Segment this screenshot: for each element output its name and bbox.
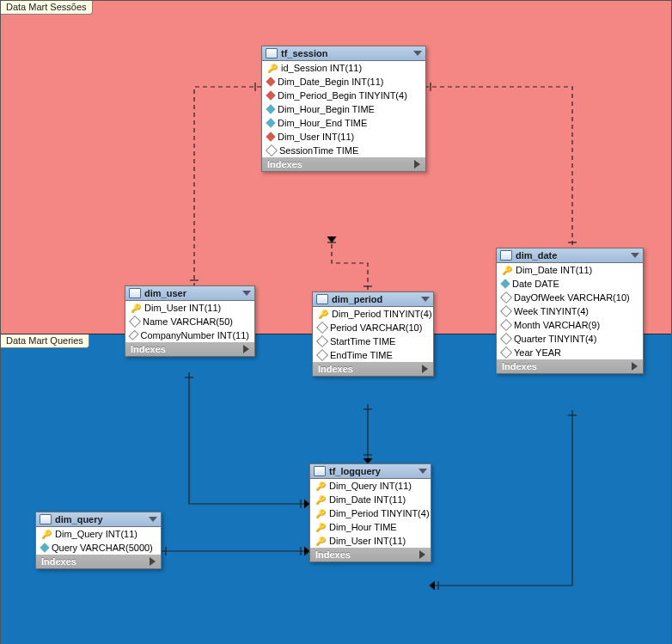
expand-icon [414, 160, 420, 169]
expand-icon [419, 550, 425, 559]
table-icon [500, 250, 512, 261]
table-title: tf_session [281, 48, 410, 58]
table-header[interactable]: dim_date [497, 248, 643, 263]
column-row[interactable]: StartTime TIME [313, 334, 433, 348]
column-text: Month VARCHAR(9) [514, 320, 600, 330]
indexes-label: Indexes [41, 556, 76, 567]
columns-list: 🔑Dim_Period TINYINT(4)Period VARCHAR(10)… [313, 307, 433, 362]
primary-key-icon: 🔑 [267, 64, 278, 73]
column-icon [500, 291, 512, 304]
table-icon [314, 466, 326, 476]
primary-key-icon: 🔑 [315, 495, 326, 505]
column-row[interactable]: Dim_Hour_End TIME [262, 116, 425, 130]
table-tf-session[interactable]: tf_session 🔑id_Session INT(11)Dim_Date_B… [261, 46, 426, 172]
column-row[interactable]: Dim_Period_Begin TINYINT(4) [262, 89, 425, 102]
foreign-key-icon [266, 90, 275, 100]
column-icon [316, 322, 328, 334]
table-header[interactable]: tf_session [262, 46, 425, 61]
table-dim-date[interactable]: dim_date 🔑Dim_Date INT(11)Date DATEDayOf… [496, 248, 644, 374]
column-row[interactable]: 🔑Dim_Query INT(11) [36, 527, 161, 541]
column-row[interactable]: Dim_User INT(11) [262, 130, 425, 144]
table-title: dim_date [516, 250, 627, 261]
er-diagram-canvas[interactable]: Data Mart Sessões Data Mart Queries .rel… [0, 0, 672, 644]
column-text: Dim_Period TINYINT(4) [329, 508, 430, 518]
indexes-section[interactable]: Indexes [310, 548, 431, 561]
indexes-section[interactable]: Indexes [36, 555, 161, 568]
column-row[interactable]: Query VARCHAR(5000) [36, 541, 161, 555]
expand-icon [422, 365, 428, 373]
expand-icon [243, 345, 249, 353]
collapse-icon[interactable] [413, 51, 422, 56]
column-text: Dim_Query INT(11) [55, 529, 137, 539]
table-icon [40, 514, 52, 524]
column-row[interactable]: SessionTime TIME [262, 144, 425, 157]
column-row[interactable]: 🔑Dim_Query INT(11) [310, 479, 431, 493]
column-row[interactable]: Week TINYINT(4) [497, 304, 643, 318]
column-icon [316, 349, 328, 361]
table-header[interactable]: dim_user [125, 286, 254, 301]
column-row[interactable]: 🔑Dim_Period TINYINT(4) [313, 307, 433, 321]
collapse-icon[interactable] [149, 517, 157, 522]
column-text: Dim_User INT(11) [144, 303, 221, 313]
foreign-key-icon [266, 132, 275, 141]
table-dim-query[interactable]: dim_query 🔑Dim_Query INT(11)Query VARCHA… [35, 512, 162, 569]
column-row[interactable]: Dim_Date_Begin INT(11) [262, 75, 425, 89]
column-row[interactable]: CompanyNumber INT(11) [125, 328, 254, 342]
column-text: DayOfWeek VARCHAR(10) [514, 292, 630, 303]
column-text: Query VARCHAR(5000) [52, 543, 153, 553]
column-row[interactable]: DayOfWeek VARCHAR(10) [497, 291, 643, 304]
column-row[interactable]: Name VARCHAR(50) [125, 315, 254, 328]
column-row[interactable]: 🔑id_Session INT(11) [262, 61, 425, 75]
primary-key-icon: 🔑 [41, 530, 52, 539]
indexes-label: Indexes [267, 159, 302, 169]
column-row[interactable]: EndTime TIME [313, 348, 433, 362]
column-text: Date DATE [512, 279, 559, 289]
table-header[interactable]: dim_query [36, 512, 161, 527]
column-text: Name VARCHAR(50) [143, 316, 233, 327]
column-text: SessionTime TIME [279, 145, 358, 156]
primary-key-icon: 🔑 [315, 537, 326, 546]
table-header[interactable]: dim_period [313, 292, 433, 307]
column-text: Dim_Query INT(11) [329, 481, 412, 491]
column-row[interactable]: Dim_Hour_Begin TIME [262, 102, 425, 116]
table-icon [316, 294, 328, 304]
table-dim-user[interactable]: dim_user 🔑Dim_User INT(11)Name VARCHAR(5… [125, 285, 255, 357]
column-row[interactable]: Period VARCHAR(10) [313, 321, 433, 334]
column-row[interactable]: Year YEAR [497, 346, 643, 359]
column-row[interactable]: 🔑Dim_User INT(11) [125, 301, 254, 315]
column-text: EndTime TIME [330, 350, 393, 360]
collapse-icon[interactable] [631, 253, 639, 258]
collapse-icon[interactable] [242, 291, 251, 296]
primary-key-icon: 🔑 [502, 266, 512, 275]
column-row[interactable]: Month VARCHAR(9) [497, 318, 643, 332]
column-row[interactable]: 🔑Dim_Date INT(11) [497, 263, 643, 277]
table-title: tf_logquery [329, 466, 415, 476]
column-icon [500, 319, 512, 331]
column-row[interactable]: 🔑Dim_Date INT(11) [310, 493, 431, 506]
column-row[interactable]: 🔑Dim_User INT(11) [310, 534, 431, 548]
table-tf-logquery[interactable]: tf_logquery 🔑Dim_Query INT(11)🔑Dim_Date … [309, 463, 431, 562]
foreign-key-icon [500, 279, 510, 288]
collapse-icon[interactable] [421, 297, 430, 302]
column-icon [129, 330, 139, 340]
column-row[interactable]: 🔑Dim_Period TINYINT(4) [310, 506, 431, 520]
columns-list: 🔑Dim_Query INT(11)Query VARCHAR(5000) [36, 527, 161, 555]
column-row[interactable]: Date DATE [497, 277, 643, 291]
indexes-section[interactable]: Indexes [262, 157, 425, 171]
indexes-section[interactable]: Indexes [125, 342, 254, 356]
column-text: Dim_User INT(11) [329, 536, 406, 546]
column-icon [500, 333, 512, 345]
indexes-label: Indexes [315, 549, 351, 560]
column-row[interactable]: 🔑Dim_Hour TIME [310, 520, 431, 534]
table-header[interactable]: tf_logquery [310, 464, 431, 479]
column-text: Week TINYINT(4) [514, 306, 589, 316]
collapse-icon[interactable] [418, 469, 427, 474]
indexes-section[interactable]: Indexes [497, 359, 643, 373]
primary-key-icon: 🔑 [315, 481, 326, 491]
column-row[interactable]: Quarter TINYINT(4) [497, 332, 643, 346]
table-dim-period[interactable]: dim_period 🔑Dim_Period TINYINT(4)Period … [312, 291, 434, 377]
table-title: dim_query [55, 514, 145, 524]
column-text: Dim_User INT(11) [278, 132, 354, 142]
indexes-label: Indexes [131, 344, 166, 354]
indexes-section[interactable]: Indexes [313, 362, 433, 376]
